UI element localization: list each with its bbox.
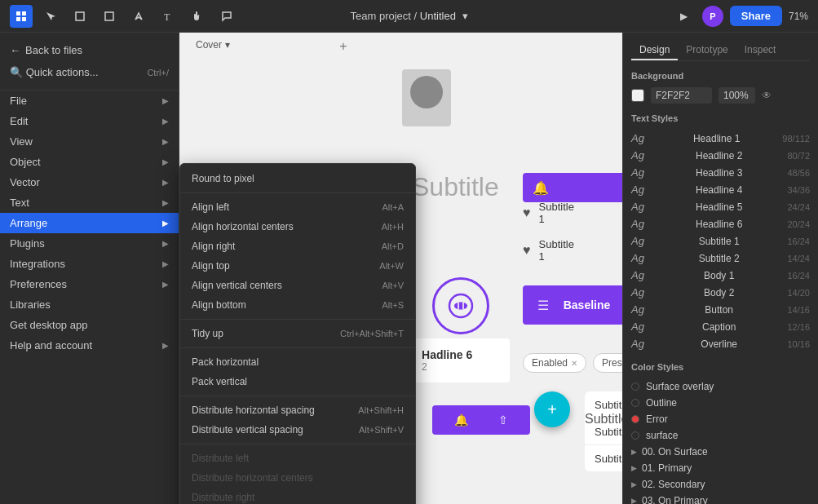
- menu-icon[interactable]: ☰: [537, 298, 549, 313]
- menu-item-align-bottom[interactable]: Align bottomAlt+S: [180, 295, 415, 315]
- menu-item-distribute-horizontal-spacing[interactable]: Distribute horizontal spacingAlt+Shift+H: [180, 400, 415, 420]
- text-style-headline-5[interactable]: AgHeadline 524/24: [631, 198, 810, 215]
- ts-ag: Ag: [631, 269, 644, 281]
- color-style-surface[interactable]: surface: [631, 427, 810, 444]
- text-style-subtitle-1[interactable]: AgSubtitle 116/24: [631, 232, 810, 250]
- share-button[interactable]: Share: [730, 6, 782, 26]
- color-group-00.-on-surface[interactable]: ▶00. On Surface: [631, 444, 810, 460]
- cg-label: 00. On Surface: [642, 446, 708, 458]
- sidebar-item-object[interactable]: Object▶: [0, 152, 179, 172]
- chip-pressed[interactable]: Pressed ✕: [593, 353, 622, 373]
- frame-tool[interactable]: [69, 5, 91, 28]
- ts-ag: Ag: [631, 218, 644, 230]
- menu-tool[interactable]: [10, 5, 33, 28]
- color-group-03.-on-primary[interactable]: ▶03. On Primary: [631, 493, 810, 504]
- sidebar-item-integrations[interactable]: Integrations▶: [0, 254, 179, 274]
- sidebar-item-preferences[interactable]: Preferences▶: [0, 274, 179, 294]
- color-group-02.-secondary[interactable]: ▶02. Secondary: [631, 476, 810, 493]
- menu-label: Pack vertical: [192, 376, 247, 387]
- sidebar-item-text[interactable]: Text▶: [0, 192, 179, 213]
- tab-prototype[interactable]: Prototype: [678, 41, 736, 60]
- pen-tool[interactable]: [127, 5, 150, 28]
- bg-pct-input[interactable]: [719, 87, 755, 104]
- color-style-outline[interactable]: Outline: [631, 395, 810, 411]
- fab[interactable]: +: [534, 391, 570, 427]
- tab-design[interactable]: Design: [631, 41, 678, 60]
- dropdown-icon[interactable]: ▾: [462, 10, 468, 22]
- sidebar-item-label-vector: Vector: [10, 176, 40, 188]
- sidebar-item-label-arrange: Arrange: [10, 217, 47, 229]
- comment-tool[interactable]: [215, 5, 238, 28]
- sidebar-item-desktop[interactable]: Get desktop app: [0, 315, 179, 335]
- ts-ag: Ag: [631, 166, 644, 179]
- heart-filled-2[interactable]: ♥: [523, 243, 531, 258]
- ts-name: Body 2: [704, 287, 734, 298]
- menu-item-align-vertical-centers[interactable]: Align vertical centersAlt+V: [180, 276, 415, 295]
- text-style-headline-6[interactable]: AgHeadline 620/24: [631, 215, 810, 232]
- menu-item-distribute-vertical-spacing[interactable]: Distribute vertical spacingAlt+Shift+V: [180, 420, 415, 440]
- sidebar-item-edit[interactable]: Edit▶: [0, 111, 179, 131]
- menu-item-pack-horizontal[interactable]: Pack horizontal: [180, 352, 415, 372]
- text-style-headline-2[interactable]: AgHeadline 280/72: [631, 147, 810, 164]
- ts-ag: Ag: [631, 201, 644, 213]
- menu-item-align-horizontal-centers[interactable]: Align horizontal centersAlt+H: [180, 217, 415, 237]
- ts-meta: 48/56: [787, 168, 810, 178]
- heart-filled-1[interactable]: ♥: [523, 206, 531, 220]
- bg-hex-input[interactable]: [651, 87, 712, 104]
- menu-item-distribute-horizontal-centers: Distribute horizontal centers: [180, 468, 415, 488]
- select-tool[interactable]: [39, 5, 62, 28]
- text-style-overline[interactable]: AgOverline10/16: [631, 335, 810, 352]
- text-style-button[interactable]: AgButton14/16: [631, 301, 810, 318]
- ts-meta: 20/24: [787, 219, 810, 229]
- cg-arrow: ▶: [631, 448, 637, 456]
- menu-item-align-left[interactable]: Align leftAlt+A: [180, 197, 415, 217]
- list-item-3-text: Subtitle 1: [595, 453, 622, 465]
- color-style-surface-overlay[interactable]: Surface overlay: [631, 378, 810, 395]
- eye-icon[interactable]: 👁: [762, 90, 772, 101]
- back-to-files[interactable]: ← Back to files: [10, 39, 169, 61]
- file-name[interactable]: Untitled: [420, 10, 456, 22]
- bg-swatch[interactable]: [631, 89, 644, 102]
- color-group-01.-primary[interactable]: ▶01. Primary: [631, 460, 810, 476]
- text-style-body-1[interactable]: AgBody 116/24: [631, 267, 810, 284]
- ts-meta: 98/112: [782, 134, 810, 144]
- sidebar-item-help[interactable]: Help and account▶: [0, 335, 179, 356]
- text-styles-title: Text Styles: [631, 113, 810, 123]
- text-style-headline-4[interactable]: AgHeadline 434/36: [631, 181, 810, 198]
- sidebar-item-arrange[interactable]: Arrange▶: [0, 213, 179, 233]
- sidebar-item-file[interactable]: File▶: [0, 91, 179, 111]
- chip-enabled[interactable]: Enabled ✕: [523, 353, 586, 373]
- text-style-caption[interactable]: AgCaption12/16: [631, 318, 810, 335]
- project-name: Team project: [351, 10, 411, 22]
- headline-title: Hadline 6: [422, 348, 500, 361]
- sidebar-item-label-file: File: [10, 95, 27, 107]
- sidebar-item-view[interactable]: View▶: [0, 131, 179, 152]
- color-style-error[interactable]: Error: [631, 411, 810, 427]
- tab-inspect[interactable]: Inspect: [736, 41, 785, 60]
- text-style-subtitle-2[interactable]: AgSubtitle 214/24: [631, 250, 810, 267]
- menu-item-pack-vertical[interactable]: Pack vertical: [180, 372, 415, 391]
- sidebar-item-label-text: Text: [10, 197, 29, 209]
- cover-label[interactable]: Cover ▾: [196, 39, 230, 51]
- chip-close-1[interactable]: ✕: [571, 359, 577, 368]
- chip-pressed-label: Pressed: [602, 357, 622, 369]
- menu-item-align-right[interactable]: Align rightAlt+D: [180, 237, 415, 256]
- text-style-body-2[interactable]: AgBody 214/20: [631, 284, 810, 301]
- menu-item-align-top[interactable]: Align topAlt+W: [180, 256, 415, 276]
- text-style-headline-1[interactable]: AgHeadline 198/112: [631, 130, 810, 147]
- play-button[interactable]: ▶: [673, 5, 696, 28]
- menu-item-tidy-up[interactable]: Tidy upCtrl+Alt+Shift+T: [180, 324, 415, 343]
- sidebar-item-plugins[interactable]: Plugins▶: [0, 233, 179, 254]
- shape-tool[interactable]: [98, 5, 121, 28]
- hand-tool[interactable]: [186, 5, 209, 28]
- sidebar-arrow-edit: ▶: [162, 117, 169, 126]
- menu-item-round-to-pixel[interactable]: Round to pixel: [180, 169, 415, 188]
- ts-meta: 14/20: [787, 288, 810, 298]
- sidebar-item-libraries[interactable]: Libraries: [0, 294, 179, 315]
- quick-actions[interactable]: 🔍 Quick actions... Ctrl+/: [10, 61, 169, 83]
- sidebar-item-vector[interactable]: Vector▶: [0, 172, 179, 192]
- text-style-headline-3[interactable]: AgHeadline 348/56: [631, 164, 810, 181]
- add-frame-button[interactable]: +: [334, 38, 352, 55]
- text-tool[interactable]: T: [157, 5, 179, 28]
- zoom-level[interactable]: 71%: [789, 11, 808, 22]
